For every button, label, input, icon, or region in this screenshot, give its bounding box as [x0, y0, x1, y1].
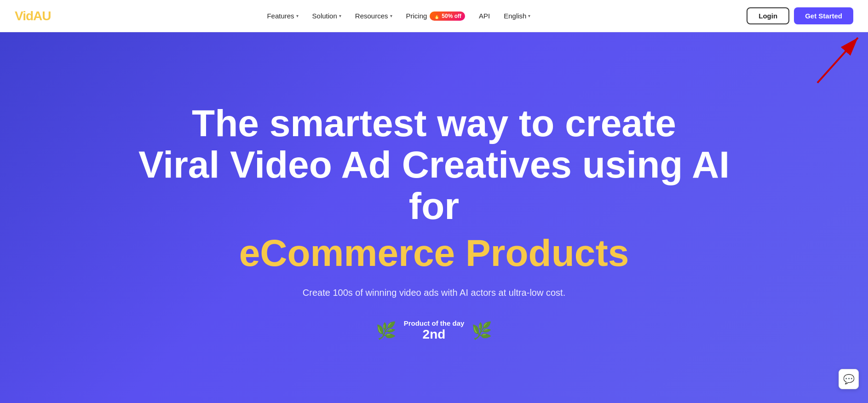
hero-title: The smartest way to create Viral Video A…	[112, 103, 756, 227]
logo[interactable]: VidAU	[15, 9, 51, 23]
nav-links: Features ▾ Solution ▾ Resources ▾ Pricin…	[261, 8, 536, 24]
logo-au: AU	[33, 9, 51, 23]
nav-pricing[interactable]: Pricing 🔥 50% off	[401, 8, 471, 24]
product-of-day-badge: 🌿 Product of the day 2nd 🌿	[376, 319, 493, 342]
nav-actions: Login Get Started	[747, 7, 853, 24]
logo-vid: Vid	[15, 9, 33, 23]
laurel-right-icon: 🌿	[471, 321, 492, 340]
chevron-down-icon: ▾	[390, 13, 392, 18]
chat-icon: 💬	[843, 374, 855, 385]
chevron-down-icon: ▾	[528, 13, 530, 18]
badge-num-text: 2nd	[423, 327, 446, 342]
arrow-annotation	[804, 32, 868, 87]
laurel-left-icon: 🌿	[376, 321, 397, 340]
badge-top-text: Product of the day	[404, 319, 465, 327]
pricing-badge: 🔥 50% off	[430, 12, 465, 21]
hero-highlight: eCommerce Products	[239, 231, 629, 275]
chat-widget[interactable]: 💬	[839, 369, 859, 389]
login-button[interactable]: Login	[747, 7, 789, 24]
nav-api[interactable]: API	[473, 8, 495, 23]
chevron-down-icon: ▾	[339, 13, 341, 18]
navbar: VidAU Features ▾ Solution ▾ Resources ▾ …	[0, 0, 868, 32]
nav-resources[interactable]: Resources ▾	[350, 8, 398, 23]
nav-features[interactable]: Features ▾	[261, 8, 304, 23]
nav-solution[interactable]: Solution ▾	[307, 8, 347, 23]
hero-subtitle: Create 100s of winning video ads with AI…	[303, 288, 565, 298]
hero-section: The smartest way to create Viral Video A…	[0, 32, 868, 403]
chevron-down-icon: ▾	[296, 13, 299, 18]
nav-language[interactable]: English ▾	[498, 8, 536, 23]
get-started-button[interactable]: Get Started	[794, 7, 853, 24]
svg-line-1	[817, 38, 858, 83]
